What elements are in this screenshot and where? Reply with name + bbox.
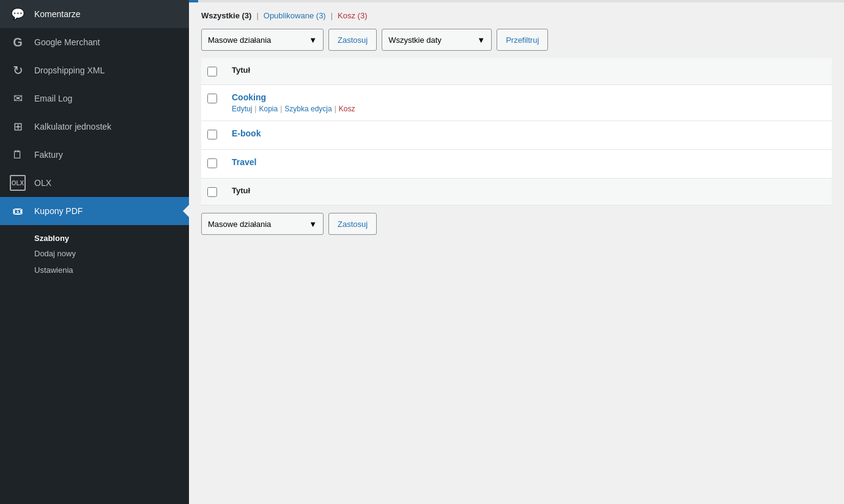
item-title-ebook[interactable]: E-book (232, 128, 826, 138)
apply-button-top[interactable]: Zastosuj (328, 29, 377, 51)
sidebar-item-label: Faktury (34, 149, 63, 160)
sidebar-item-label: Google Merchant (34, 37, 100, 48)
footer-title-cell: Tytuł (226, 179, 832, 206)
table-row: Cooking Edytuj | Kopia | Szybka edycja |… (201, 85, 832, 121)
row-title-cell: Travel (226, 150, 832, 179)
sidebar: 💬 Komentarze G Google Merchant ↻ Dropshi… (0, 0, 189, 504)
header-checkbox-cell (201, 58, 226, 85)
row-checkbox-cell (201, 85, 226, 121)
sidebar-item-label: OLX (34, 177, 51, 188)
filter-published[interactable]: Opublikowane (3) (264, 11, 326, 20)
olx-icon: OLX (10, 175, 26, 191)
row-checkbox[interactable] (207, 158, 217, 168)
sidebar-item-faktury[interactable]: 🗒 Faktury (0, 141, 189, 169)
filter-trash[interactable]: Kosz (3) (338, 11, 367, 20)
row-title-cell: Cooking Edytuj | Kopia | Szybka edycja |… (226, 85, 832, 121)
sidebar-subitem-ustawienia[interactable]: Ustawienia (0, 262, 189, 278)
chevron-down-icon: ▼ (309, 35, 317, 45)
sidebar-item-kupony-pdf[interactable]: 🎟 Kupony PDF (0, 197, 189, 225)
row-checkbox[interactable] (207, 130, 217, 139)
action-edytuj-cooking[interactable]: Edytuj (232, 105, 252, 113)
sidebar-item-google-merchant[interactable]: G Google Merchant (0, 28, 189, 56)
table-row: E-book (201, 121, 832, 150)
google-icon: G (10, 34, 26, 50)
row-checkbox-cell (201, 150, 226, 179)
table-footer-row: Tytuł (201, 179, 832, 206)
sidebar-item-dropshipping-xml[interactable]: ↻ Dropshipping XML (0, 56, 189, 84)
progress-bar (189, 0, 844, 2)
invoice-icon: 🗒 (10, 147, 26, 163)
toolbar-bottom: Masowe działania ▼ Zastosuj (201, 213, 832, 235)
filter-all[interactable]: Wszystkie (3) (201, 11, 251, 20)
item-title-travel[interactable]: Travel (232, 157, 826, 167)
table-header-row: Tytuł (201, 58, 832, 85)
header-title-cell: Tytuł (226, 58, 832, 85)
select-all-footer-checkbox[interactable] (207, 187, 217, 197)
bulk-actions-dropdown-bottom[interactable]: Masowe działania ▼ (201, 213, 324, 235)
sidebar-section-header: Szablony (0, 225, 189, 245)
toolbar-top: Masowe działania ▼ Zastosuj Wszystkie da… (201, 29, 832, 51)
chevron-down-icon: ▼ (477, 35, 485, 45)
sep2: | (331, 11, 333, 20)
sidebar-item-label: Email Log (34, 93, 72, 104)
sidebar-item-komentarze[interactable]: 💬 Komentarze (0, 0, 189, 28)
sidebar-item-label: Kupony PDF (34, 206, 83, 217)
sidebar-item-label: Kalkulator jednostek (34, 121, 111, 132)
filter-button[interactable]: Przefiltruj (497, 29, 548, 51)
row-checkbox-cell (201, 121, 226, 150)
footer-checkbox-cell (201, 179, 226, 206)
bulk-actions-dropdown-top[interactable]: Masowe działania ▼ (201, 29, 324, 51)
progress-bar-fill (189, 0, 198, 2)
sep1: | (256, 11, 258, 20)
email-icon: ✉ (10, 91, 26, 106)
dropshipping-icon: ↻ (10, 62, 26, 78)
calculator-icon: ⊞ (10, 119, 26, 135)
action-szybka-edycja-cooking[interactable]: Szybka edycja (284, 105, 331, 113)
comment-icon: 💬 (10, 6, 26, 22)
row-title-cell: E-book (226, 121, 832, 150)
main-content: Wszystkie (3) | Opublikowane (3) | Kosz … (189, 0, 844, 504)
items-table: Tytuł Cooking Edytuj | Kopia | Szybka ed… (201, 58, 832, 206)
action-kopia-cooking[interactable]: Kopia (259, 105, 278, 113)
table-row: Travel (201, 150, 832, 179)
sidebar-item-email-log[interactable]: ✉ Email Log (0, 84, 189, 113)
row-checkbox[interactable] (207, 94, 217, 103)
sidebar-subitem-dodaj-nowy[interactable]: Dodaj nowy (0, 245, 189, 262)
action-kosz-cooking[interactable]: Kosz (339, 105, 355, 113)
apply-button-bottom[interactable]: Zastosuj (328, 213, 377, 235)
filter-links: Wszystkie (3) | Opublikowane (3) | Kosz … (201, 2, 832, 20)
item-actions-cooking: Edytuj | Kopia | Szybka edycja | Kosz (232, 105, 826, 113)
item-title-cooking[interactable]: Cooking (232, 92, 826, 102)
select-all-checkbox[interactable] (207, 67, 217, 76)
chevron-down-icon: ▼ (309, 220, 317, 229)
sidebar-item-label: Dropshipping XML (34, 65, 105, 76)
sidebar-item-label: Komentarze (34, 9, 80, 20)
date-filter-dropdown[interactable]: Wszystkie daty ▼ (382, 29, 492, 51)
sidebar-item-olx[interactable]: OLX OLX (0, 169, 189, 197)
coupon-icon: 🎟 (10, 203, 26, 219)
sidebar-item-kalkulator[interactable]: ⊞ Kalkulator jednostek (0, 113, 189, 141)
